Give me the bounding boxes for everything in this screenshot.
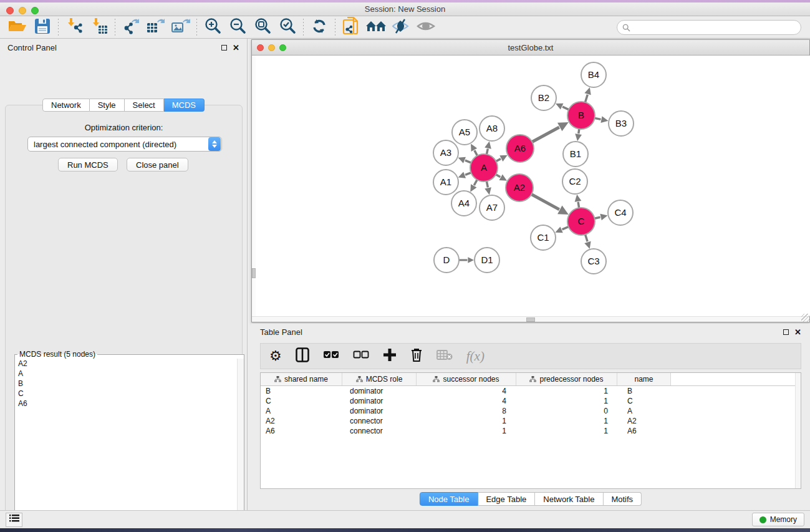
close-panel-button[interactable]: Close panel (127, 158, 188, 172)
arrowhead (557, 206, 569, 215)
zoom-window-button[interactable] (31, 7, 39, 14)
open-session-button[interactable] (5, 17, 30, 37)
memory-button[interactable]: Memory (752, 513, 804, 526)
table-body: Bdominator41BCdominator41CAdominator80AA… (261, 386, 801, 436)
mcds-result-list: A2ABCA6 (15, 359, 238, 532)
delete-columns-button[interactable] (410, 347, 423, 365)
toolbar-separator (335, 19, 335, 36)
mcds-result-item[interactable]: B (15, 379, 238, 389)
network-window-controls (257, 44, 286, 51)
node-label-A7: A7 (486, 202, 498, 213)
zoom-fit-button[interactable] (250, 17, 275, 37)
mcds-result-item[interactable]: C (15, 389, 238, 399)
save-session-button[interactable] (30, 17, 55, 37)
tab-node-table[interactable]: Node Table (420, 492, 478, 506)
table-cell: dominator (342, 407, 417, 415)
column-header-successor-nodes[interactable]: successor nodes (417, 373, 516, 385)
arrowhead (584, 87, 591, 95)
criterion-dropdown[interactable]: largest connected component (directed) (27, 137, 222, 152)
column-selector-button[interactable] (296, 347, 309, 365)
tab-mcds[interactable]: MCDS (164, 99, 205, 112)
column-header-name[interactable]: name (617, 373, 671, 385)
table-row[interactable]: Adominator80A (261, 406, 801, 416)
select-all-button[interactable] (323, 347, 339, 365)
result-scrollbar[interactable] (237, 359, 244, 532)
tab-network-table[interactable]: Network Table (535, 492, 603, 506)
table-row[interactable]: Cdominator41C (261, 396, 801, 406)
network-horizontal-scrollbar[interactable] (252, 316, 809, 322)
export-table-button[interactable] (143, 17, 168, 37)
table-cell: C (617, 397, 671, 405)
arrowhead (556, 104, 563, 110)
show-all-button[interactable] (413, 17, 438, 37)
close-table-panel-icon[interactable]: ✕ (794, 329, 801, 335)
node-table[interactable]: shared nameMCDS rolesuccessor nodesprede… (260, 372, 801, 489)
control-panel: Control Panel ✕ NetworkStyleSelectMCDS O… (0, 39, 248, 510)
mcds-result-box: MCDS result (5 nodes) A2ABCA6 (14, 350, 244, 532)
add-column-button[interactable] (383, 347, 397, 365)
column-type-icon (433, 376, 440, 382)
deselect-all-button[interactable] (353, 347, 369, 365)
node-label-B1: B1 (570, 148, 581, 159)
control-panel-title: Control Panel (7, 43, 57, 52)
close-panel-icon[interactable]: ✕ (233, 45, 239, 51)
network-close-button[interactable] (257, 44, 264, 51)
search-field[interactable] (617, 20, 801, 35)
zoom-in-icon (204, 17, 221, 37)
table-row[interactable]: A6connector11A6 (261, 426, 801, 436)
tab-style[interactable]: Style (90, 99, 125, 112)
zoom-out-button[interactable] (225, 17, 250, 37)
mcds-result-item[interactable]: A6 (15, 399, 238, 409)
node-label-A5: A5 (459, 127, 470, 137)
export-image-button[interactable] (168, 17, 193, 37)
import-network-button[interactable] (62, 17, 87, 37)
float-table-panel-icon[interactable] (783, 329, 789, 335)
network-canvas[interactable]: AA1A2A3A4A5A6A7A8BB1B2B3B4CC1C2C3C4DD1 (256, 56, 810, 316)
arrowhead (584, 241, 591, 249)
mcds-result-item[interactable]: A2 (15, 359, 238, 369)
table-scrollbar[interactable] (795, 373, 801, 488)
tab-edge-table[interactable]: Edge Table (478, 492, 535, 506)
tab-motifs[interactable]: Motifs (603, 492, 642, 506)
resize-grip[interactable] (801, 314, 809, 322)
mcds-result-item[interactable]: A (15, 369, 238, 379)
delete-table-icon (436, 349, 453, 363)
refresh-button[interactable] (307, 17, 332, 37)
table-cell: 4 (417, 397, 516, 405)
close-window-button[interactable] (6, 7, 14, 14)
table-cell: A2 (617, 417, 671, 425)
column-header-MCDS-role[interactable]: MCDS role (342, 373, 417, 385)
table-row[interactable]: Bdominator41B (261, 386, 801, 396)
table-cell: C (261, 397, 342, 405)
zoom-selected-button[interactable] (275, 17, 300, 37)
node-label-B4: B4 (588, 69, 599, 80)
float-panel-icon[interactable] (221, 45, 227, 51)
column-header-shared-name[interactable]: shared name (261, 373, 342, 385)
clone-network-button[interactable] (339, 17, 364, 37)
desktop-strip-bottom (0, 528, 810, 532)
search-input[interactable] (633, 22, 801, 33)
hide-selected-button[interactable] (388, 17, 413, 37)
network-window-titlebar[interactable]: testGlobe.txt (252, 40, 809, 56)
network-zoom-button[interactable] (279, 44, 286, 51)
table-cell: B (617, 387, 671, 395)
first-neighbors-button[interactable] (364, 17, 388, 37)
network-minimize-button[interactable] (268, 44, 275, 51)
table-row[interactable]: A2connector11A2 (261, 416, 801, 426)
network-graph[interactable]: AA1A2A3A4A5A6A7A8BB1B2B3B4CC1C2C3C4DD1 (256, 56, 810, 316)
export-network-button[interactable] (118, 17, 143, 37)
run-mcds-button[interactable]: Run MCDS (58, 158, 118, 172)
arrowhead (555, 226, 562, 233)
minimize-window-button[interactable] (19, 7, 26, 14)
table-options-button[interactable]: ⚙ (269, 347, 282, 365)
network-window: testGlobe.txt AA1A2A3A4A5A6A7A8BB1B2B3B4… (251, 39, 810, 322)
tab-select[interactable]: Select (125, 99, 164, 112)
column-header-predecessor-nodes[interactable]: predecessor nodes (516, 373, 617, 385)
table-cell: 1 (516, 387, 617, 395)
show-console-button[interactable] (6, 513, 22, 527)
import-network-icon (65, 17, 84, 38)
table-cell: A (617, 407, 671, 415)
tab-network[interactable]: Network (42, 99, 90, 112)
zoom-in-button[interactable] (200, 17, 225, 37)
import-table-button[interactable] (87, 17, 112, 37)
